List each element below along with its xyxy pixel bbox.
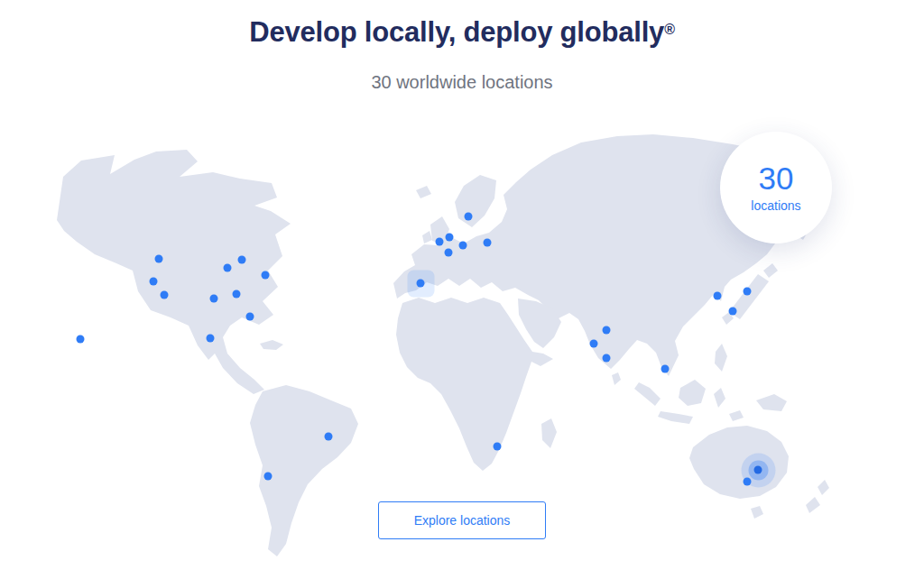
island-sri-lanka: [612, 372, 621, 385]
location-dot[interactable]: [264, 473, 273, 481]
hero-header: Develop locally, deploy globally® 30 wor…: [0, 16, 924, 93]
location-dot[interactable]: [465, 213, 473, 221]
location-dot[interactable]: [238, 256, 246, 264]
island-sumatra: [634, 382, 661, 406]
location-dot[interactable]: [233, 290, 241, 299]
location-dot[interactable]: [603, 326, 611, 335]
location-dot[interactable]: [484, 239, 492, 247]
island-japan-hokkaido: [763, 263, 778, 278]
island-philippines: [715, 344, 727, 372]
explore-locations-button[interactable]: Explore locations: [378, 501, 546, 539]
island-new-guinea: [756, 394, 787, 411]
location-dot[interactable]: [210, 295, 218, 303]
island-timor: [729, 410, 744, 421]
location-dot[interactable]: [446, 234, 454, 242]
island-ireland: [422, 231, 432, 243]
island-borneo: [679, 380, 706, 406]
island-iceland: [416, 186, 431, 198]
location-dot[interactable]: [729, 308, 737, 316]
locations-count: 30: [759, 162, 794, 196]
location-dot[interactable]: [603, 354, 611, 363]
location-dot[interactable]: [224, 264, 232, 272]
page-title-text: Develop locally, deploy globally: [249, 16, 664, 48]
island-caribbean: [260, 340, 283, 350]
island-tasmania: [751, 506, 763, 519]
location-dot[interactable]: [661, 365, 670, 373]
location-dot[interactable]: [161, 291, 169, 299]
registered-trademark: ®: [664, 22, 675, 37]
location-dot[interactable]: [262, 271, 270, 280]
region-scandinavia: [455, 175, 496, 227]
location-dot[interactable]: [77, 335, 85, 344]
island-new-zealand-north: [818, 480, 829, 495]
island-new-zealand-south: [806, 497, 820, 513]
location-dot[interactable]: [246, 313, 254, 321]
location-dot[interactable]: [207, 335, 215, 343]
locations-count-badge: 30 locations: [720, 132, 832, 243]
location-dot[interactable]: [155, 255, 163, 263]
location-dot[interactable]: [445, 249, 453, 257]
location-dot[interactable]: [744, 288, 752, 296]
location-dot[interactable]: [436, 238, 444, 246]
location-dot[interactable]: [417, 280, 425, 288]
island-madagascar: [541, 418, 557, 448]
continent-australia: [689, 426, 789, 499]
island-sulawesi: [714, 388, 725, 408]
continent-north-america: [57, 150, 291, 394]
location-dot[interactable]: [494, 443, 502, 451]
location-dot[interactable]: [590, 340, 598, 348]
locations-count-label: locations: [751, 198, 800, 213]
location-dot[interactable]: [325, 433, 333, 441]
page-title: Develop locally, deploy globally®: [0, 16, 924, 49]
location-dot[interactable]: [150, 278, 158, 286]
continent-south-america: [250, 385, 358, 556]
location-dot[interactable]: [459, 242, 467, 250]
subtitle: 30 worldwide locations: [0, 72, 924, 93]
island-java: [658, 411, 693, 424]
location-dot[interactable]: [714, 292, 722, 300]
location-dot[interactable]: [754, 466, 762, 474]
